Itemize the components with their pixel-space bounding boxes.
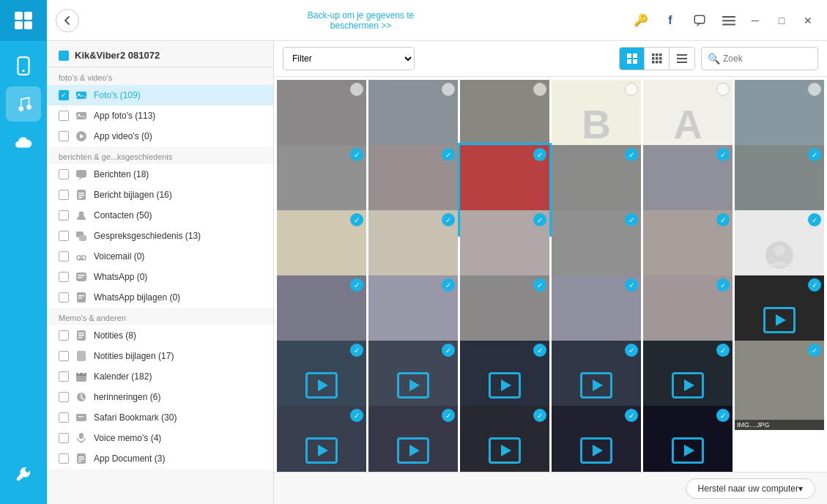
sidebar-icon-tools[interactable] xyxy=(6,457,41,492)
photo-check[interactable]: ✓ xyxy=(625,344,638,357)
menu-item-contacten[interactable]: Contacten (50) xyxy=(47,205,273,226)
photo-check-unchecked[interactable] xyxy=(625,83,638,96)
close-button[interactable]: ✕ xyxy=(798,10,818,31)
menu-item-whatsapp-bijlagen[interactable]: WhatsApp bijlagen (0) xyxy=(47,287,273,308)
search-input[interactable] xyxy=(723,53,811,64)
maximize-button[interactable]: □ xyxy=(771,10,792,31)
menu-item-app-document[interactable]: App Document (3) xyxy=(47,448,273,469)
checkbox-herinneringen[interactable] xyxy=(59,392,69,402)
svg-rect-45 xyxy=(76,414,86,421)
menu-item-voicemail[interactable]: Voicemail (0) xyxy=(47,246,273,267)
checkbox-safari[interactable] xyxy=(59,412,69,423)
checkbox-bericht-bijlagen[interactable] xyxy=(59,190,69,200)
menu-item-app-fotos[interactable]: App foto's (113) xyxy=(47,105,273,126)
photo-check[interactable]: ✓ xyxy=(533,409,546,422)
photo-check-unchecked[interactable] xyxy=(808,83,821,96)
photo-check[interactable]: ✓ xyxy=(442,213,455,226)
checkbox-gespreks[interactable] xyxy=(59,231,69,241)
menu-item-voice-memos[interactable]: Voice memo's (4) xyxy=(47,428,273,448)
photo-item[interactable]: IMG....JPG✓ xyxy=(643,406,733,472)
checkbox-whatsapp-bijlagen[interactable] xyxy=(59,292,69,303)
view-list-button[interactable] xyxy=(670,48,694,70)
facebook-icon[interactable]: f xyxy=(660,10,680,31)
menu-item-fotos[interactable]: Foto's (109) xyxy=(47,85,273,105)
checkbox-app-videos[interactable] xyxy=(59,131,69,141)
sidebar-icon-phone[interactable] xyxy=(6,48,41,84)
photo-check-unchecked[interactable] xyxy=(533,83,546,96)
photo-check[interactable]: ✓ xyxy=(533,278,546,292)
sidebar-icon-cloud[interactable] xyxy=(6,125,41,160)
photo-check[interactable]: ✓ xyxy=(716,278,730,292)
photo-item[interactable]: IMG....JPG✓ xyxy=(735,341,824,430)
menu-item-kalender[interactable]: Kalender (182) xyxy=(47,366,273,387)
photo-check[interactable]: ✓ xyxy=(350,409,363,422)
view-small-grid-button[interactable] xyxy=(645,48,670,70)
filter-select[interactable]: Filter xyxy=(283,47,415,70)
checkbox-berichten[interactable] xyxy=(59,169,69,179)
checkbox-contacten[interactable] xyxy=(59,210,69,220)
minimize-button[interactable]: ─ xyxy=(745,10,765,31)
checkbox-voice-memos[interactable] xyxy=(59,433,69,443)
photo-check[interactable]: ✓ xyxy=(716,409,730,422)
photo-item[interactable]: IMG....JPG✓ xyxy=(368,406,458,472)
menu-item-app-videos[interactable]: App video's (0) xyxy=(47,126,273,147)
view-large-grid-button[interactable] xyxy=(620,48,645,70)
menu-icon[interactable] xyxy=(719,10,739,31)
menu-item-berichten[interactable]: Berichten (18) xyxy=(47,164,273,185)
checkbox-fotos[interactable] xyxy=(59,90,69,100)
photo-check[interactable]: ✓ xyxy=(625,213,638,226)
photo-check[interactable]: ✓ xyxy=(808,213,821,226)
photo-check[interactable]: ✓ xyxy=(533,344,546,357)
checkbox-notities-bijlagen[interactable] xyxy=(59,351,69,361)
chat-icon[interactable] xyxy=(689,10,710,31)
checkbox-voicemail[interactable] xyxy=(59,251,69,262)
checkbox-app-document[interactable] xyxy=(59,453,69,464)
checkbox-whatsapp[interactable] xyxy=(59,272,69,282)
photo-check[interactable]: ✓ xyxy=(350,278,363,292)
checkbox-notities[interactable] xyxy=(59,330,69,341)
menu-item-bericht-bijlagen[interactable]: Bericht bijlagen (16) xyxy=(47,185,273,205)
menu-item-notities[interactable]: Notities (8) xyxy=(47,325,273,346)
photo-check-unchecked[interactable] xyxy=(350,83,363,96)
photo-check[interactable]: ✓ xyxy=(533,213,546,226)
backup-link[interactable]: Back-up om je gegevens te beschermen >> xyxy=(91,10,631,31)
photo-check[interactable]: ✓ xyxy=(442,148,455,161)
photo-check[interactable]: ✓ xyxy=(442,278,455,292)
photo-check[interactable]: ✓ xyxy=(442,409,455,422)
menu-item-gespreks[interactable]: Gespreksgeschiedenis (13) xyxy=(47,226,273,246)
sidebar-icon-music[interactable] xyxy=(6,86,41,122)
photo-item[interactable]: IMG....JPG✓ xyxy=(277,406,366,472)
photo-check[interactable]: ✓ xyxy=(625,278,638,292)
menu-item-herinneringen[interactable]: herinneringen (6) xyxy=(47,387,273,407)
photo-check-unchecked[interactable] xyxy=(716,83,730,96)
back-button[interactable] xyxy=(56,9,79,32)
photo-grid: IMG....JPGIMG....JPGIMG....JPGBIMG....PN… xyxy=(274,77,827,472)
checkbox-app-fotos[interactable] xyxy=(59,111,69,121)
menu-item-notities-bijlagen[interactable]: Notities bijlagen (17) xyxy=(47,346,273,366)
photo-check[interactable]: ✓ xyxy=(442,344,455,357)
menu-item-safari[interactable]: Safari Bookmark (30) xyxy=(47,407,273,428)
photo-check[interactable]: ✓ xyxy=(716,213,730,226)
photo-check[interactable]: ✓ xyxy=(808,148,821,161)
photo-check[interactable]: ✓ xyxy=(808,344,821,357)
right-panel: Filter 🔍 xyxy=(274,41,827,504)
photo-check[interactable]: ✓ xyxy=(625,409,638,422)
svg-rect-51 xyxy=(78,456,84,458)
photo-check[interactable]: ✓ xyxy=(625,148,638,161)
key-icon[interactable]: 🔑 xyxy=(631,10,651,31)
photo-check[interactable]: ✓ xyxy=(350,148,363,161)
photo-item[interactable]: IMG....JPG✓ xyxy=(460,406,549,472)
photo-check[interactable]: ✓ xyxy=(716,148,730,161)
photo-check-unchecked[interactable] xyxy=(442,83,455,96)
checkbox-kalender[interactable] xyxy=(59,371,69,382)
photo-item[interactable]: IMG....JPG✓ xyxy=(552,406,641,472)
photo-check[interactable]: ✓ xyxy=(533,148,546,161)
photo-check[interactable]: ✓ xyxy=(350,344,363,357)
menu-item-whatsapp[interactable]: WhatsApp (0) xyxy=(47,267,273,287)
svg-rect-53 xyxy=(78,461,81,462)
svg-rect-11 xyxy=(722,23,735,25)
restore-button[interactable]: Herstel naar uw computer▾ xyxy=(686,478,815,499)
photo-check[interactable]: ✓ xyxy=(350,213,363,226)
photo-check[interactable]: ✓ xyxy=(716,344,730,357)
photo-check[interactable]: ✓ xyxy=(808,278,821,292)
